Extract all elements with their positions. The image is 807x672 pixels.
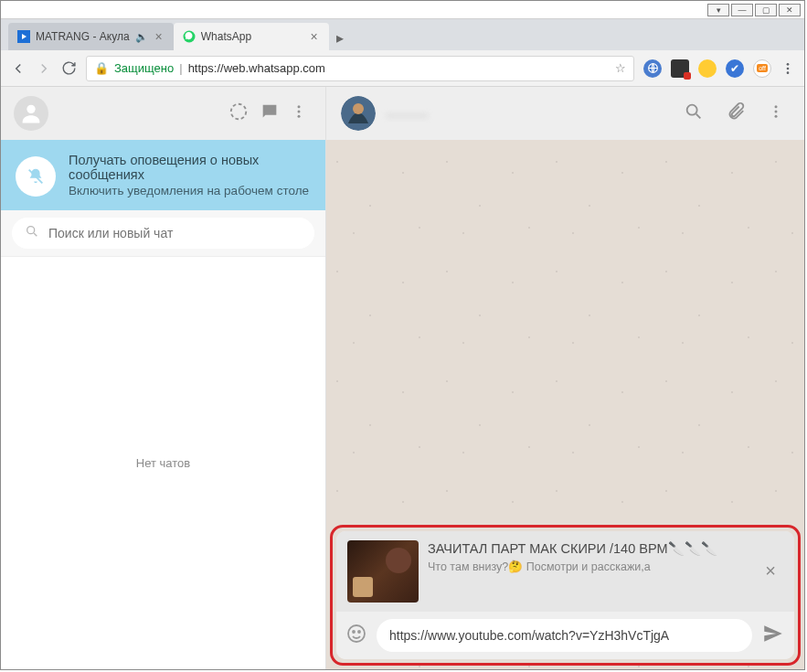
svg-point-22 xyxy=(353,631,355,633)
url-text: https://web.whatsapp.com xyxy=(188,61,610,75)
compose-area: ЗАЧИТАЛ ПАРТ МАК СКИРИ /140 BPM🔪🔪🔪 Что т… xyxy=(336,531,794,659)
svg-point-16 xyxy=(687,105,697,115)
preview-subtitle: Что там внизу?🤔 Посмотри и расскажи,а xyxy=(428,560,749,573)
link-preview: ЗАЧИТАЛ ПАРТ МАК СКИРИ /140 BPM🔪🔪🔪 Что т… xyxy=(336,531,794,612)
search-wrapper xyxy=(1,210,325,257)
message-input-row: https://www.youtube.com/watch?v=YzH3hVcT… xyxy=(336,612,794,659)
browser-tab-active[interactable]: WhatsApp × xyxy=(174,23,329,50)
chat-menu-icon[interactable] xyxy=(762,98,790,129)
chat-header[interactable]: ——— xyxy=(326,87,804,140)
svg-point-12 xyxy=(27,227,35,234)
svg-point-18 xyxy=(775,105,778,108)
extension-vk-icon[interactable]: ✔ xyxy=(726,59,744,78)
whatsapp-app: Получать оповещения о новых сообщениях В… xyxy=(1,87,804,669)
bookmark-star-icon[interactable]: ☆ xyxy=(615,61,626,75)
browser-tabstrip: MATRANG - Акула 🔈 × WhatsApp × ▸ xyxy=(1,19,804,50)
nav-forward-button[interactable] xyxy=(36,60,52,77)
svg-point-7 xyxy=(231,104,247,120)
chat-search-icon[interactable] xyxy=(678,96,709,131)
window-dropdown-button[interactable]: ▾ xyxy=(707,4,729,16)
emoji-icon[interactable] xyxy=(345,623,367,648)
nav-back-button[interactable] xyxy=(10,60,27,77)
attach-icon[interactable] xyxy=(720,96,751,131)
nav-reload-button[interactable] xyxy=(61,60,77,76)
extension-off-icon[interactable]: off xyxy=(753,59,771,78)
new-chat-icon[interactable] xyxy=(254,96,285,131)
compose-highlight: ЗАЧИТАЛ ПАРТ МАК СКИРИ /140 BPM🔪🔪🔪 Что т… xyxy=(330,525,801,666)
window-minimize-button[interactable]: — xyxy=(731,4,753,16)
left-menu-icon[interactable] xyxy=(285,98,313,129)
left-header xyxy=(1,87,325,140)
separator: | xyxy=(179,61,182,75)
bell-off-icon xyxy=(16,156,56,197)
browser-tab-inactive[interactable]: MATRANG - Акула 🔈 × xyxy=(8,23,174,50)
svg-line-17 xyxy=(696,114,701,119)
new-tab-button[interactable]: ▸ xyxy=(329,26,351,50)
svg-point-3 xyxy=(787,63,790,66)
play-favicon-icon xyxy=(17,30,30,43)
desktop-notification-banner[interactable]: Получать оповещения о новых сообщениях В… xyxy=(1,140,325,210)
svg-point-21 xyxy=(348,625,365,642)
notification-line2: Включить уведомления на рабочем столе xyxy=(69,184,311,197)
chat-background: ЗАЧИТАЛ ПАРТ МАК СКИРИ /140 BPM🔪🔪🔪 Что т… xyxy=(326,140,804,669)
window-maximize-button[interactable]: ▢ xyxy=(755,4,777,16)
browser-window: ▾ — ▢ ✕ MATRANG - Акула 🔈 × WhatsApp × ▸ xyxy=(0,0,805,670)
secure-label: Защищено xyxy=(114,61,174,75)
tab-close-button[interactable]: × xyxy=(154,29,165,44)
whatsapp-favicon-icon xyxy=(183,30,196,43)
tab-close-button[interactable]: × xyxy=(309,29,320,44)
svg-point-4 xyxy=(787,67,790,69)
notification-line1: Получать оповещения о новых сообщениях xyxy=(69,153,311,182)
extension-globe-icon[interactable] xyxy=(643,59,662,78)
message-input[interactable]: https://www.youtube.com/watch?v=YzH3hVcT… xyxy=(377,619,752,652)
search-box[interactable] xyxy=(12,218,314,249)
svg-point-6 xyxy=(27,105,35,113)
svg-point-9 xyxy=(298,111,301,113)
svg-point-8 xyxy=(298,105,301,108)
svg-point-5 xyxy=(787,71,790,74)
notification-text: Получать оповещения о новых сообщениях В… xyxy=(69,153,311,197)
address-bar[interactable]: 🔒 Защищено | https://web.whatsapp.com ☆ xyxy=(86,56,634,81)
lock-icon: 🔒 xyxy=(94,61,109,75)
svg-point-19 xyxy=(775,111,778,113)
svg-point-20 xyxy=(775,115,778,118)
svg-point-15 xyxy=(353,103,364,114)
extension-adblock-icon[interactable] xyxy=(671,59,689,78)
right-pane: ——— ЗАЧИТАЛ ПАРТ МАК СКИРИ /140 BPM🔪🔪🔪 Ч… xyxy=(326,87,804,669)
preview-thumbnail xyxy=(347,540,419,603)
contact-avatar[interactable] xyxy=(341,96,376,131)
send-button[interactable] xyxy=(761,622,785,649)
preview-text: ЗАЧИТАЛ ПАРТ МАК СКИРИ /140 BPM🔪🔪🔪 Что т… xyxy=(428,540,749,573)
svg-point-10 xyxy=(298,115,301,118)
status-ring-icon[interactable] xyxy=(223,96,254,131)
search-icon xyxy=(25,224,39,242)
browser-menu-button[interactable] xyxy=(780,61,795,76)
os-titlebar: ▾ — ▢ ✕ xyxy=(1,1,804,19)
preview-close-button[interactable]: × xyxy=(758,557,783,585)
search-input[interactable] xyxy=(48,226,302,240)
extension-yandex-icon[interactable] xyxy=(698,59,717,78)
tab-title: MATRANG - Акула xyxy=(36,30,130,43)
left-pane: Получать оповещения о новых сообщениях В… xyxy=(1,87,326,669)
tab-title: WhatsApp xyxy=(201,30,303,43)
audio-indicator-icon[interactable]: 🔈 xyxy=(135,31,148,43)
browser-toolbar: 🔒 Защищено | https://web.whatsapp.com ☆ … xyxy=(1,50,804,87)
svg-point-23 xyxy=(358,631,360,633)
empty-chats-label: Нет чатов xyxy=(1,257,325,669)
preview-title: ЗАЧИТАЛ ПАРТ МАК СКИРИ /140 BPM🔪🔪🔪 xyxy=(428,540,749,557)
svg-line-13 xyxy=(34,233,37,236)
contact-name: ——— xyxy=(387,106,667,122)
own-avatar[interactable] xyxy=(14,96,48,131)
window-close-button[interactable]: ✕ xyxy=(779,4,801,16)
